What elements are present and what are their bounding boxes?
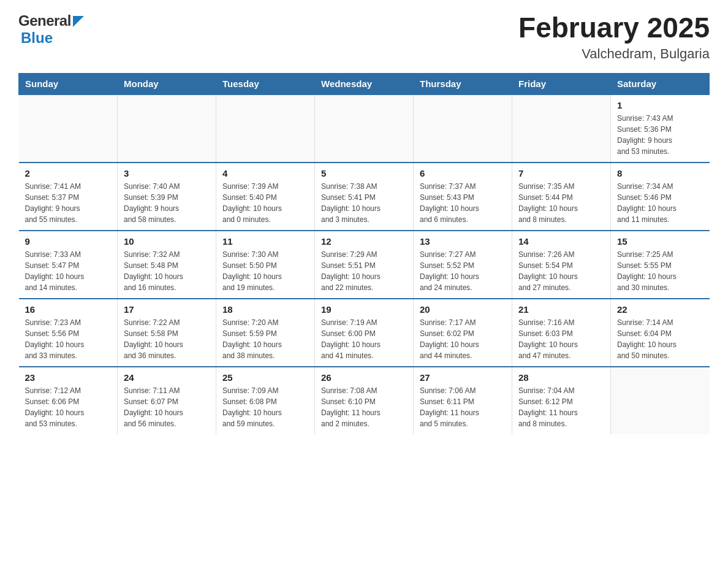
calendar-cell: 27Sunrise: 7:06 AMSunset: 6:11 PMDayligh… — [414, 367, 512, 434]
calendar-cell: 18Sunrise: 7:20 AMSunset: 5:59 PMDayligh… — [216, 299, 315, 367]
day-info: Sunrise: 7:22 AMSunset: 5:58 PMDaylight:… — [124, 317, 210, 361]
day-info: Sunrise: 7:41 AMSunset: 5:37 PMDaylight:… — [25, 181, 112, 225]
calendar-cell: 19Sunrise: 7:19 AMSunset: 6:00 PMDayligh… — [315, 299, 414, 367]
calendar-cell: 26Sunrise: 7:08 AMSunset: 6:10 PMDayligh… — [315, 367, 414, 434]
calendar-cell: 13Sunrise: 7:27 AMSunset: 5:52 PMDayligh… — [414, 231, 512, 299]
day-number: 7 — [518, 168, 604, 178]
calendar-cell: 28Sunrise: 7:04 AMSunset: 6:12 PMDayligh… — [512, 367, 611, 434]
calendar-cell: 16Sunrise: 7:23 AMSunset: 5:56 PMDayligh… — [19, 299, 118, 367]
day-info: Sunrise: 7:08 AMSunset: 6:10 PMDaylight:… — [321, 385, 407, 429]
day-info: Sunrise: 7:04 AMSunset: 6:12 PMDaylight:… — [518, 385, 604, 429]
calendar-cell: 10Sunrise: 7:32 AMSunset: 5:48 PMDayligh… — [118, 231, 216, 299]
day-number: 22 — [617, 304, 703, 315]
week-row-5: 23Sunrise: 7:12 AMSunset: 6:06 PMDayligh… — [19, 367, 710, 434]
day-number: 9 — [25, 236, 112, 247]
header-tuesday: Tuesday — [216, 73, 315, 94]
logo-arrow-icon — [73, 16, 84, 27]
day-info: Sunrise: 7:35 AMSunset: 5:44 PMDaylight:… — [518, 181, 604, 225]
day-number: 24 — [124, 372, 210, 383]
day-number: 4 — [222, 168, 308, 178]
calendar-cell — [19, 94, 118, 163]
day-number: 26 — [321, 372, 407, 383]
calendar-cell: 17Sunrise: 7:22 AMSunset: 5:58 PMDayligh… — [118, 299, 216, 367]
day-info: Sunrise: 7:32 AMSunset: 5:48 PMDaylight:… — [124, 249, 210, 293]
calendar-cell: 9Sunrise: 7:33 AMSunset: 5:47 PMDaylight… — [19, 231, 118, 299]
day-number: 23 — [25, 372, 112, 383]
calendar-cell — [611, 367, 710, 434]
calendar-cell: 11Sunrise: 7:30 AMSunset: 5:50 PMDayligh… — [216, 231, 315, 299]
calendar-cell — [118, 94, 216, 163]
calendar-cell: 15Sunrise: 7:25 AMSunset: 5:55 PMDayligh… — [611, 231, 710, 299]
calendar-cell: 8Sunrise: 7:34 AMSunset: 5:46 PMDaylight… — [611, 163, 710, 231]
calendar-cell: 23Sunrise: 7:12 AMSunset: 6:06 PMDayligh… — [19, 367, 118, 434]
calendar-cell: 12Sunrise: 7:29 AMSunset: 5:51 PMDayligh… — [315, 231, 414, 299]
svg-marker-0 — [73, 16, 84, 27]
day-info: Sunrise: 7:29 AMSunset: 5:51 PMDaylight:… — [321, 249, 407, 293]
day-number: 2 — [25, 168, 112, 178]
day-info: Sunrise: 7:43 AMSunset: 5:36 PMDaylight:… — [617, 113, 703, 157]
day-number: 19 — [321, 304, 407, 315]
day-number: 15 — [617, 236, 703, 247]
day-info: Sunrise: 7:30 AMSunset: 5:50 PMDaylight:… — [222, 249, 308, 293]
calendar-cell: 1Sunrise: 7:43 AMSunset: 5:36 PMDaylight… — [611, 94, 710, 163]
day-info: Sunrise: 7:12 AMSunset: 6:06 PMDaylight:… — [25, 385, 112, 429]
day-number: 20 — [420, 304, 506, 315]
day-number: 1 — [617, 100, 703, 110]
day-number: 13 — [420, 236, 506, 247]
day-number: 5 — [321, 168, 407, 178]
day-number: 3 — [124, 168, 210, 178]
day-info: Sunrise: 7:37 AMSunset: 5:43 PMDaylight:… — [420, 181, 506, 225]
day-info: Sunrise: 7:23 AMSunset: 5:56 PMDaylight:… — [25, 317, 112, 361]
day-info: Sunrise: 7:25 AMSunset: 5:55 PMDaylight:… — [617, 249, 703, 293]
day-info: Sunrise: 7:39 AMSunset: 5:40 PMDaylight:… — [222, 181, 308, 225]
day-number: 18 — [222, 304, 308, 315]
page-header: General Blue February 2025 Valchedram, B… — [18, 12, 710, 62]
logo: General Blue — [18, 12, 84, 47]
day-info: Sunrise: 7:17 AMSunset: 6:02 PMDaylight:… — [420, 317, 506, 361]
day-info: Sunrise: 7:33 AMSunset: 5:47 PMDaylight:… — [25, 249, 112, 293]
calendar-subtitle: Valchedram, Bulgaria — [518, 46, 710, 62]
day-number: 11 — [222, 236, 308, 247]
calendar-cell: 3Sunrise: 7:40 AMSunset: 5:39 PMDaylight… — [118, 163, 216, 231]
calendar-title: February 2025 — [518, 12, 710, 44]
day-info: Sunrise: 7:06 AMSunset: 6:11 PMDaylight:… — [420, 385, 506, 429]
header-friday: Friday — [512, 73, 611, 94]
week-row-3: 9Sunrise: 7:33 AMSunset: 5:47 PMDaylight… — [19, 231, 710, 299]
day-info: Sunrise: 7:38 AMSunset: 5:41 PMDaylight:… — [321, 181, 407, 225]
header-sunday: Sunday — [19, 73, 118, 94]
logo-text-general: General — [18, 12, 71, 29]
day-info: Sunrise: 7:20 AMSunset: 5:59 PMDaylight:… — [222, 317, 308, 361]
calendar-cell — [414, 94, 512, 163]
week-row-4: 16Sunrise: 7:23 AMSunset: 5:56 PMDayligh… — [19, 299, 710, 367]
day-number: 14 — [518, 236, 604, 247]
calendar-cell: 21Sunrise: 7:16 AMSunset: 6:03 PMDayligh… — [512, 299, 611, 367]
calendar-cell: 14Sunrise: 7:26 AMSunset: 5:54 PMDayligh… — [512, 231, 611, 299]
day-number: 12 — [321, 236, 407, 247]
header-wednesday: Wednesday — [315, 73, 414, 94]
day-number: 28 — [518, 372, 604, 383]
day-number: 21 — [518, 304, 604, 315]
calendar-header: SundayMondayTuesdayWednesdayThursdayFrid… — [19, 73, 710, 94]
week-row-1: 1Sunrise: 7:43 AMSunset: 5:36 PMDaylight… — [19, 94, 710, 163]
day-info: Sunrise: 7:40 AMSunset: 5:39 PMDaylight:… — [124, 181, 210, 225]
calendar-cell: 4Sunrise: 7:39 AMSunset: 5:40 PMDaylight… — [216, 163, 315, 231]
calendar-cell — [216, 94, 315, 163]
calendar-body: 1Sunrise: 7:43 AMSunset: 5:36 PMDaylight… — [19, 94, 710, 434]
day-info: Sunrise: 7:26 AMSunset: 5:54 PMDaylight:… — [518, 249, 604, 293]
calendar-cell: 2Sunrise: 7:41 AMSunset: 5:37 PMDaylight… — [19, 163, 118, 231]
title-block: February 2025 Valchedram, Bulgaria — [518, 12, 710, 62]
logo-text-blue: Blue — [21, 29, 53, 47]
day-info: Sunrise: 7:16 AMSunset: 6:03 PMDaylight:… — [518, 317, 604, 361]
calendar-cell: 20Sunrise: 7:17 AMSunset: 6:02 PMDayligh… — [414, 299, 512, 367]
day-number: 8 — [617, 168, 703, 178]
day-info: Sunrise: 7:34 AMSunset: 5:46 PMDaylight:… — [617, 181, 703, 225]
calendar-cell: 7Sunrise: 7:35 AMSunset: 5:44 PMDaylight… — [512, 163, 611, 231]
calendar-cell: 6Sunrise: 7:37 AMSunset: 5:43 PMDaylight… — [414, 163, 512, 231]
calendar-cell: 5Sunrise: 7:38 AMSunset: 5:41 PMDaylight… — [315, 163, 414, 231]
calendar-table: SundayMondayTuesdayWednesdayThursdayFrid… — [18, 73, 710, 434]
day-info: Sunrise: 7:11 AMSunset: 6:07 PMDaylight:… — [124, 385, 210, 429]
week-row-2: 2Sunrise: 7:41 AMSunset: 5:37 PMDaylight… — [19, 163, 710, 231]
calendar-cell — [512, 94, 611, 163]
calendar-cell — [315, 94, 414, 163]
header-thursday: Thursday — [414, 73, 512, 94]
